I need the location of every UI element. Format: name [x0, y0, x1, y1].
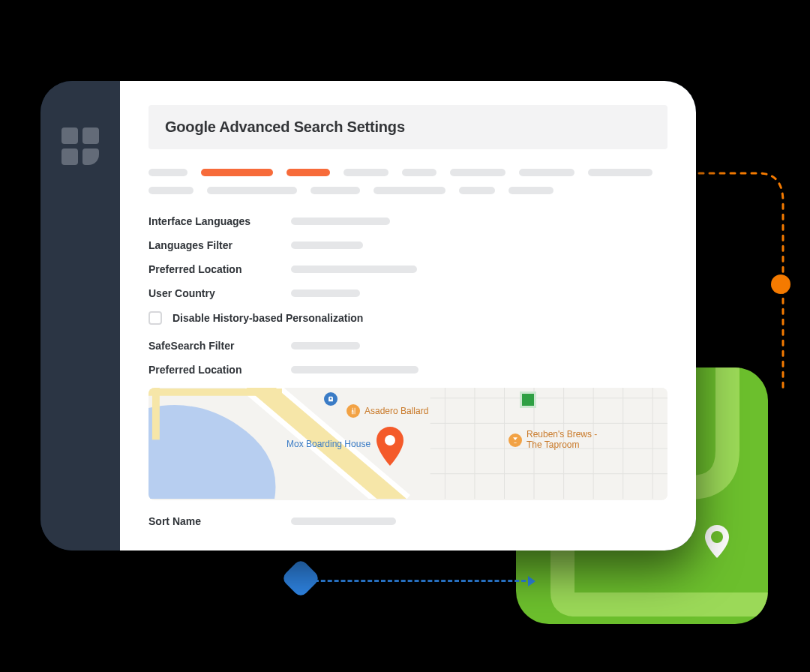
title-bar: Google Advanced Search Settings — [148, 105, 668, 149]
value-preferred-location-2[interactable] — [291, 366, 418, 374]
pill — [310, 187, 360, 194]
pill — [148, 169, 188, 176]
svg-point-14 — [385, 435, 395, 446]
row-sort-name: Sort Name — [148, 515, 668, 527]
label-sort-name: Sort Name — [148, 515, 261, 527]
sidebar — [40, 81, 120, 550]
row-disable-personalization: Disable History-based Personalization — [148, 311, 668, 325]
page-title: Google Advanced Search Settings — [165, 118, 651, 136]
row-preferred-location: Preferred Location — [148, 263, 668, 275]
label-safesearch-filter: SafeSearch Filter — [148, 340, 261, 352]
pill — [450, 169, 506, 176]
stage: Google Advanced Search Settings — [0, 0, 810, 672]
pill-accent — [286, 169, 330, 176]
poi-label: The Taproom — [526, 440, 597, 451]
pill — [519, 169, 574, 176]
blue-connector — [308, 580, 532, 587]
label-disable-personalization: Disable History-based Personalization — [172, 312, 363, 324]
poi-label: Asadero Ballard — [364, 406, 428, 416]
poi-label: Reuben's Brews - — [526, 430, 597, 440]
value-languages-filter[interactable] — [291, 242, 363, 249]
label-preferred-location-2: Preferred Location — [148, 364, 261, 376]
row-preferred-location-2: Preferred Location — [148, 364, 668, 376]
pill — [459, 187, 495, 194]
label-user-country: User Country — [148, 287, 261, 299]
map-poi-asadero[interactable]: Asadero Ballard — [346, 404, 428, 418]
pill — [207, 187, 297, 194]
row-interface-languages: Interface Languages — [148, 215, 668, 227]
label-preferred-location: Preferred Location — [148, 263, 261, 275]
value-sort-name[interactable] — [291, 518, 396, 525]
poi-label: Mox Boarding House — [286, 439, 370, 449]
svg-point-0 — [711, 531, 723, 543]
bar-icon — [508, 434, 522, 447]
shopping-icon — [324, 392, 338, 406]
tabs-skeleton — [148, 169, 668, 194]
orange-dot — [771, 274, 790, 294]
value-interface-languages[interactable] — [291, 218, 390, 225]
map-pin-icon[interactable] — [375, 427, 405, 466]
pill — [402, 169, 436, 176]
blue-diamond-node — [280, 558, 321, 598]
settings-pane: Google Advanced Search Settings — [120, 81, 696, 550]
pill — [374, 187, 446, 194]
pill-accent — [201, 169, 273, 176]
row-user-country: User Country — [148, 287, 668, 299]
label-interface-languages: Interface Languages — [148, 215, 261, 227]
value-user-country[interactable] — [291, 290, 360, 297]
restaurant-icon — [346, 404, 360, 418]
map-poi-reubens[interactable]: Reuben's Brews - The Taproom — [508, 430, 597, 451]
pill — [344, 169, 388, 176]
value-safesearch-filter[interactable] — [291, 342, 360, 350]
pill — [508, 187, 554, 194]
app-grid-icon[interactable] — [62, 128, 99, 165]
map-poi-mox[interactable]: Mox Boarding House — [286, 439, 370, 449]
value-preferred-location[interactable] — [291, 266, 417, 273]
map-poi-shopping[interactable] — [324, 392, 338, 406]
pill — [588, 169, 652, 176]
app-frame: Google Advanced Search Settings — [40, 81, 696, 550]
row-languages-filter: Languages Filter — [148, 239, 668, 251]
label-languages-filter: Languages Filter — [148, 239, 261, 251]
map-panel[interactable]: Asadero Ballard Mox Boarding House Reube… — [148, 388, 668, 500]
row-safesearch-filter: SafeSearch Filter — [148, 340, 668, 352]
pill — [148, 187, 194, 194]
map-park-icon — [522, 394, 534, 406]
checkbox-disable-personalization[interactable] — [148, 311, 162, 325]
